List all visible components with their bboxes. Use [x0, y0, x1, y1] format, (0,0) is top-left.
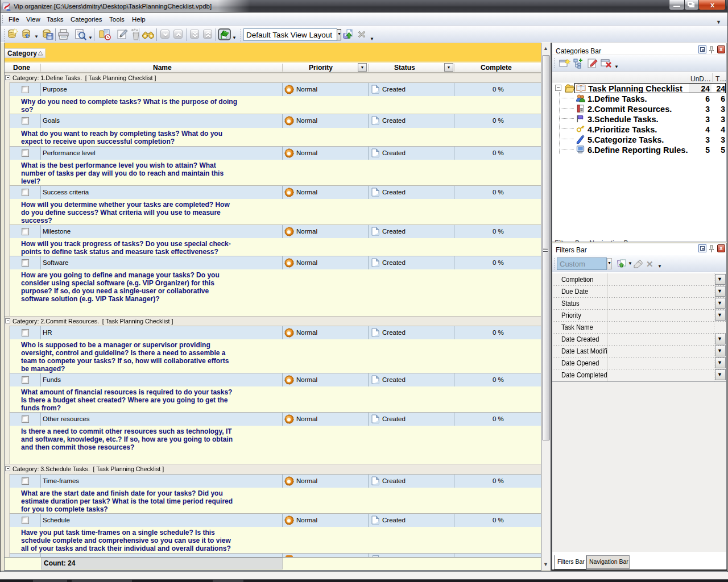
svg-text:5: 5	[581, 109, 582, 111]
